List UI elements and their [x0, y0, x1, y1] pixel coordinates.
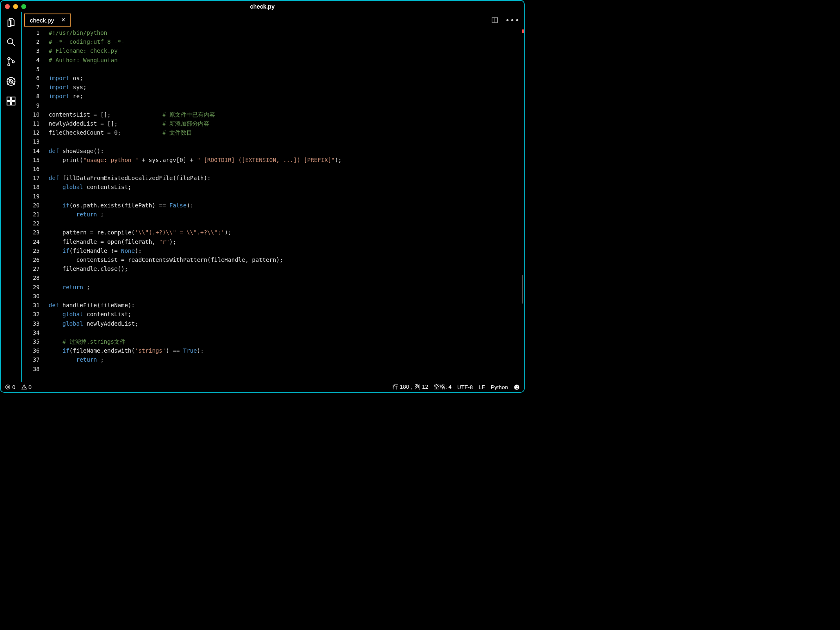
feedback-icon[interactable]: [514, 384, 520, 390]
code-line[interactable]: 9: [22, 101, 524, 110]
code-line[interactable]: 6import os;: [22, 74, 524, 83]
line-source[interactable]: # Author: WangLuofan: [49, 56, 118, 65]
code-line[interactable]: 7import sys;: [22, 83, 524, 92]
code-line[interactable]: 18 global contentsList;: [22, 182, 524, 191]
tab-check-py[interactable]: check.py ×: [24, 14, 71, 27]
code-line[interactable]: 38: [22, 364, 524, 374]
line-source[interactable]: # -*- coding:utf-8 -*-: [49, 37, 124, 46]
code-line[interactable]: 12fileCheckedCount = 0; # 文件数目: [22, 128, 524, 137]
code-line[interactable]: 36 if(fileName.endswith('strings') == Tr…: [22, 346, 524, 355]
close-window-icon[interactable]: [5, 4, 10, 9]
status-eol[interactable]: LF: [478, 384, 485, 390]
status-encoding[interactable]: UTF-8: [457, 384, 473, 390]
status-cursor-pos[interactable]: 行 180，列 12: [393, 383, 428, 391]
line-source[interactable]: # 过滤掉.strings文件: [49, 337, 126, 346]
minimize-window-icon[interactable]: [13, 4, 18, 9]
line-source[interactable]: #!/usr/bin/python: [49, 28, 107, 37]
code-line[interactable]: 25 if(fileHandle != None):: [22, 246, 524, 255]
close-icon[interactable]: ×: [61, 16, 65, 24]
code-line[interactable]: 37 return ;: [22, 355, 524, 364]
status-indent[interactable]: 空格: 4: [434, 383, 451, 391]
line-number: 24: [22, 237, 49, 246]
scm-icon[interactable]: [6, 56, 16, 67]
code-line[interactable]: 14def showUsage():: [22, 146, 524, 155]
code-line[interactable]: 16: [22, 164, 524, 173]
line-source[interactable]: def showUsage():: [49, 146, 104, 155]
line-source[interactable]: import sys;: [49, 83, 87, 92]
line-number: 38: [22, 364, 49, 374]
line-source[interactable]: global contentsList;: [49, 310, 131, 319]
code-line[interactable]: 17def fillDataFromExistedLocalizedFile(f…: [22, 173, 524, 182]
code-line[interactable]: 31def handleFile(fileName):: [22, 301, 524, 310]
line-source[interactable]: pattern = re.compile('\\"(.+?)\\" = \\".…: [49, 228, 231, 237]
line-source[interactable]: if(fileName.endswith('strings') == True)…: [49, 346, 204, 355]
line-source[interactable]: global newlyAddedList;: [49, 319, 138, 328]
svg-point-2: [8, 64, 10, 66]
line-source[interactable]: contentsList = []; # 原文件中已有内容: [49, 110, 215, 119]
code-line[interactable]: 29 return ;: [22, 283, 524, 292]
code-line[interactable]: 4# Author: WangLuofan: [22, 56, 524, 65]
code-line[interactable]: 1#!/usr/bin/python: [22, 28, 524, 37]
line-number: 30: [22, 292, 49, 301]
maximize-window-icon[interactable]: [21, 4, 26, 9]
code-line[interactable]: 5: [22, 65, 524, 74]
code-line[interactable]: 32 global contentsList;: [22, 310, 524, 319]
line-source[interactable]: # Filename: check.py: [49, 46, 118, 55]
line-source[interactable]: return ;: [49, 210, 104, 219]
line-number: 32: [22, 310, 49, 319]
line-number: 26: [22, 255, 49, 264]
code-line[interactable]: 23 pattern = re.compile('\\"(.+?)\\" = \…: [22, 228, 524, 237]
code-line[interactable]: 22: [22, 219, 524, 228]
status-language[interactable]: Python: [491, 384, 508, 390]
line-number: 18: [22, 182, 49, 191]
code-line[interactable]: 33 global newlyAddedList;: [22, 319, 524, 328]
split-editor-icon[interactable]: [491, 16, 499, 24]
code-line[interactable]: 10contentsList = []; # 原文件中已有内容: [22, 110, 524, 119]
line-source[interactable]: return ;: [49, 355, 104, 364]
code-line[interactable]: 15 print("usage: python " + sys.argv[0] …: [22, 155, 524, 164]
debug-icon[interactable]: [6, 76, 16, 87]
code-line[interactable]: 20 if(os.path.exists(filePath) == False)…: [22, 201, 524, 210]
scrollbar-thumb[interactable]: [522, 275, 523, 304]
code-line[interactable]: 27 fileHandle.close();: [22, 264, 524, 273]
code-line[interactable]: 21 return ;: [22, 210, 524, 219]
code-line[interactable]: 30: [22, 292, 524, 301]
line-source[interactable]: fileCheckedCount = 0; # 文件数目: [49, 128, 192, 137]
code-line[interactable]: 8import re;: [22, 92, 524, 101]
line-source[interactable]: contentsList = readContentsWithPattern(f…: [49, 255, 283, 264]
line-source[interactable]: def fillDataFromExistedLocalizedFile(fil…: [49, 173, 211, 182]
files-icon[interactable]: [6, 17, 16, 28]
code-line[interactable]: 26 contentsList = readContentsWithPatter…: [22, 255, 524, 264]
line-source[interactable]: if(os.path.exists(filePath) == False):: [49, 201, 193, 210]
status-warnings[interactable]: 0: [21, 384, 32, 390]
code-line[interactable]: 34: [22, 328, 524, 337]
code-line[interactable]: 28: [22, 273, 524, 282]
line-source[interactable]: global contentsList;: [49, 182, 131, 191]
code-line[interactable]: 19: [22, 192, 524, 201]
code-line[interactable]: 2# -*- coding:utf-8 -*-: [22, 37, 524, 46]
search-icon[interactable]: [6, 37, 16, 47]
line-source[interactable]: print("usage: python " + sys.argv[0] + "…: [49, 155, 341, 164]
line-source[interactable]: def handleFile(fileName):: [49, 301, 135, 310]
status-errors[interactable]: 0: [5, 384, 16, 390]
code-line[interactable]: 13: [22, 137, 524, 146]
line-source[interactable]: import os;: [49, 74, 83, 83]
line-source[interactable]: return ;: [49, 283, 90, 292]
line-source[interactable]: fileHandle.close();: [49, 264, 128, 273]
code-line[interactable]: 24 fileHandle = open(filePath, "r");: [22, 237, 524, 246]
line-number: 13: [22, 137, 49, 146]
line-source[interactable]: newlyAddedList = []; # 新添加部分内容: [49, 119, 209, 128]
code-line[interactable]: 35 # 过滤掉.strings文件: [22, 337, 524, 346]
code-editor[interactable]: 1#!/usr/bin/python2# -*- coding:utf-8 -*…: [22, 28, 524, 382]
line-source[interactable]: if(fileHandle != None):: [49, 246, 142, 255]
line-number: 37: [22, 355, 49, 364]
code-line[interactable]: 11newlyAddedList = []; # 新添加部分内容: [22, 119, 524, 128]
line-number: 35: [22, 337, 49, 346]
line-source[interactable]: fileHandle = open(filePath, "r");: [49, 237, 176, 246]
code-line[interactable]: 3# Filename: check.py: [22, 46, 524, 55]
more-icon[interactable]: •••: [505, 16, 520, 25]
scrollbar[interactable]: [522, 29, 523, 365]
line-source[interactable]: import re;: [49, 92, 83, 101]
extensions-icon[interactable]: [6, 96, 16, 106]
line-number: 7: [22, 83, 49, 92]
